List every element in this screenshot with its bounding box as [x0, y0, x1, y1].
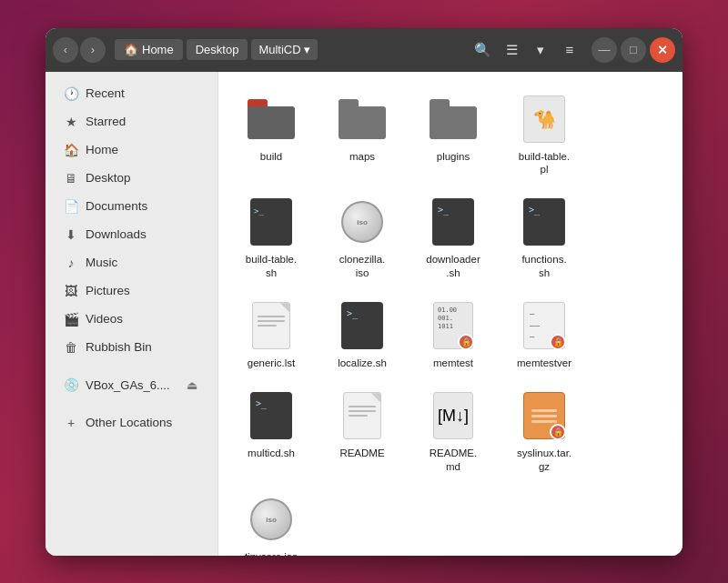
sidebar-item-label: Desktop [86, 171, 131, 185]
file-item-localize-sh[interactable]: >_ localize.sh [318, 291, 406, 377]
shell-lock-icon-memtestver: — —— — 🔒 [517, 298, 571, 353]
starred-icon: ★ [64, 115, 78, 129]
sidebar-item-rubbish[interactable]: 🗑 Rubbish Bin [51, 334, 212, 361]
sidebar-item-home[interactable]: 🏠 Home [51, 136, 212, 164]
lock-badge-memtestver: 🔒 [550, 334, 566, 350]
file-item-multicd-sh[interactable]: >_ multicd.sh [228, 381, 315, 481]
file-item-plugins[interactable]: plugins [410, 85, 497, 185]
search-button[interactable]: 🔍 [470, 37, 495, 63]
list-view-button[interactable]: ☰ [499, 37, 524, 63]
file-label-memtest: memtest [433, 357, 473, 370]
file-label-clonezilla-iso: clonezilla.iso [339, 253, 386, 280]
file-item-readme[interactable]: README [318, 381, 406, 481]
downloads-icon: ⬇ [64, 227, 78, 242]
shell-file-icon-multicd: >_ [244, 388, 298, 443]
file-item-generic-lst[interactable]: generic.lst [228, 291, 315, 377]
file-item-build[interactable]: build [228, 85, 315, 185]
sidebar-item-starred[interactable]: ★ Starred [51, 108, 212, 136]
main-content: 🕐 Recent ★ Starred 🏠 Home 🖥 Desktop 📄 Do… [46, 72, 682, 556]
sidebar-item-label: Videos [86, 312, 123, 326]
sidebar-item-videos[interactable]: 🎬 Videos [51, 306, 212, 333]
file-label-readme-md: README.md [430, 447, 477, 474]
file-label-maps: maps [349, 150, 375, 164]
lock-badge-memtest: 🔒 [458, 334, 474, 350]
sidebar-item-documents[interactable]: 📄 Documents [51, 193, 212, 220]
sidebar-item-label: Other Locations [86, 416, 172, 429]
tar-lock-icon-syslinux: 🔒 [517, 388, 571, 443]
videos-icon: 🎬 [64, 312, 78, 327]
maximize-button[interactable]: □ [621, 37, 646, 63]
nav-buttons: ‹ › [53, 37, 106, 63]
window-controls: — □ ✕ [592, 37, 675, 63]
sidebar-item-desktop[interactable]: 🖥 Desktop [51, 165, 212, 192]
sidebar-item-label: Downloads [86, 227, 147, 241]
sidebar-item-label: Recent [86, 86, 125, 100]
file-label-syslinux-tar: syslinux.tar.gz [517, 447, 571, 474]
menu-button[interactable]: ≡ [557, 37, 582, 63]
sidebar-item-pictures[interactable]: 🖼 Pictures [51, 277, 212, 305]
sort-button[interactable]: ▾ [528, 37, 553, 63]
recent-icon: 🕐 [64, 86, 78, 101]
multicd-breadcrumb[interactable]: MultiCD ▾ [251, 39, 317, 60]
sidebar-item-recent[interactable]: 🕐 Recent [51, 80, 212, 107]
file-label-build-table-pl: build-table.pl [519, 150, 570, 177]
sidebar-item-vbox[interactable]: 💿 VBox_GAs_6.... ⏏ [51, 370, 212, 400]
minimize-icon: — [599, 43, 611, 56]
file-item-functions-sh[interactable]: >_ functions.sh [500, 187, 588, 287]
file-item-memtestver[interactable]: — —— — 🔒 memtestver [500, 291, 588, 377]
file-item-build-table-sh[interactable]: >_ build-table.sh [228, 187, 315, 287]
drive-label: VBox_GAs_6.... [86, 378, 177, 392]
sidebar-item-label: Music [86, 256, 117, 269]
text-file-icon-generic [244, 298, 298, 353]
file-item-clonezilla-iso[interactable]: iso clonezilla.iso [318, 187, 406, 287]
forward-button[interactable]: › [80, 37, 106, 63]
sort-icon: ▾ [537, 42, 544, 58]
iso-icon-tinycore: iso [244, 492, 298, 547]
sidebar-item-music[interactable]: ♪ Music [51, 249, 212, 276]
folder-icon-plugins [426, 92, 480, 146]
hamburger-icon: ≡ [566, 42, 574, 57]
sidebar-item-downloads[interactable]: ⬇ Downloads [51, 221, 212, 248]
file-item-maps[interactable]: maps [318, 85, 406, 185]
shell-file-icon-downloader: >_ [426, 195, 480, 249]
folder-icon-build [244, 92, 298, 146]
shell-file-icon-functions: >_ [517, 195, 571, 249]
folder-shape [430, 99, 477, 139]
lock-badge-syslinux: 🔒 [550, 424, 566, 440]
file-item-readme-md[interactable]: [M↓] README.md [410, 381, 497, 481]
file-label-downloader-sh: downloader.sh [426, 253, 480, 280]
music-icon: ♪ [64, 256, 78, 270]
perl-file-icon: 🐪 [517, 92, 571, 146]
list-view-icon: ☰ [506, 42, 518, 58]
file-item-tinycore-iso[interactable]: iso tinycore.iso [228, 485, 315, 555]
file-item-build-table-pl[interactable]: 🐪 build-table.pl [500, 85, 588, 185]
desktop-label: Desktop [196, 43, 239, 56]
desktop-breadcrumb[interactable]: Desktop [187, 39, 248, 60]
folder-shape [248, 99, 295, 139]
file-item-downloader-sh[interactable]: >_ downloader.sh [410, 187, 497, 287]
file-item-memtest[interactable]: 01.00 001. 1011 🔒 memtest [410, 291, 497, 377]
multicd-label: MultiCD [258, 43, 300, 56]
dropdown-icon: ▾ [304, 43, 310, 56]
search-icon: 🔍 [474, 42, 491, 58]
sidebar-item-label: Starred [86, 115, 126, 128]
file-item-syslinux-tar[interactable]: 🔒 syslinux.tar.gz [500, 381, 588, 481]
file-label-build: build [260, 150, 282, 164]
file-label-localize-sh: localize.sh [338, 357, 387, 370]
forward-icon: › [91, 43, 95, 56]
minimize-button[interactable]: — [592, 37, 617, 63]
binary-lock-icon-memtest: 01.00 001. 1011 🔒 [426, 298, 480, 353]
home-breadcrumb[interactable]: 🏠 Home [115, 39, 183, 60]
sidebar-item-other-locations[interactable]: + Other Locations [51, 409, 212, 437]
close-button[interactable]: ✕ [650, 37, 675, 63]
back-button[interactable]: ‹ [53, 37, 78, 63]
markdown-icon: [M↓] [438, 407, 469, 426]
file-label-plugins: plugins [437, 150, 470, 164]
eject-button[interactable]: ⏏ [185, 377, 199, 394]
folder-shape [339, 99, 386, 139]
sidebar: 🕐 Recent ★ Starred 🏠 Home 🖥 Desktop 📄 Do… [46, 72, 218, 556]
shell-file-icon-localize: >_ [335, 298, 389, 353]
file-label-build-table-sh: build-table.sh [246, 253, 297, 280]
sidebar-sep-1 [46, 362, 217, 369]
drive-icon: 💿 [64, 377, 78, 392]
